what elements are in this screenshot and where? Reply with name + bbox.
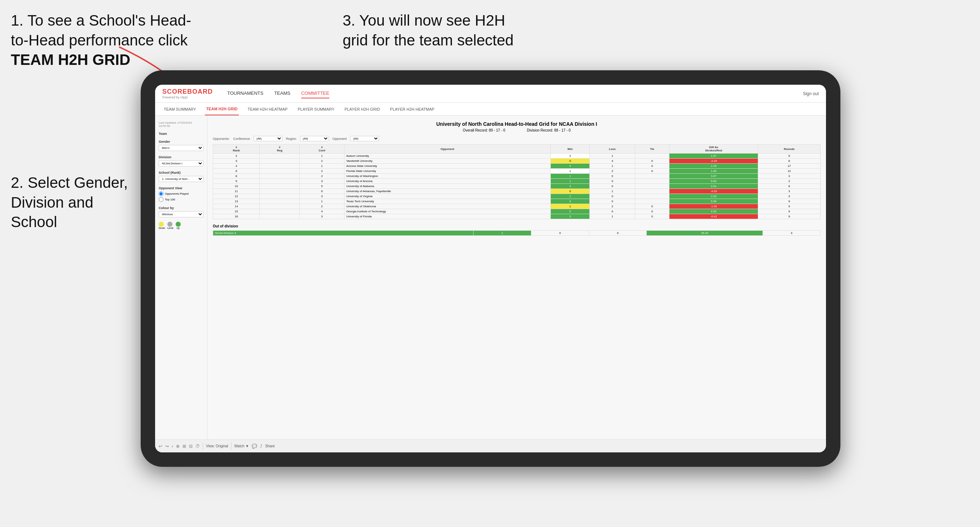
cell-rank: 16	[213, 214, 260, 219]
cell-rounds: 17	[758, 163, 821, 169]
table-row: 14 2 University of Oklahoma 1 2 0 -1.00 …	[213, 204, 821, 209]
cell-tie: 0	[635, 163, 670, 169]
zoom-icon[interactable]: ⊕	[176, 444, 180, 449]
cell-win: 3	[550, 199, 589, 204]
colour-by-label: Colour by	[159, 206, 204, 210]
school-select[interactable]: 1. University of Nort...	[159, 176, 204, 182]
cell-rank: 11	[213, 189, 260, 194]
annotation-1: 1. To see a School's Head- to-Head perfo…	[11, 11, 191, 70]
redo-icon[interactable]: ↪	[165, 444, 169, 449]
sidebar-gender-section: Gender Men's	[159, 140, 204, 151]
gender-label: Gender	[159, 140, 204, 143]
tablet-device: SCOREBOARD Powered by clippi TOURNAMENTS…	[141, 70, 840, 467]
tab-player-h2h-grid[interactable]: PLAYER H2H GRID	[343, 103, 381, 115]
clock-icon[interactable]: ⏱	[196, 444, 200, 449]
cell-rounds: 3	[758, 174, 821, 179]
colour-by-select[interactable]: Win/loss	[159, 211, 204, 217]
col-loss: Loss	[590, 144, 635, 154]
tab-team-summary[interactable]: TEAM SUMMARY	[162, 103, 198, 115]
out-loss: 0	[531, 231, 589, 236]
cell-diff: -4.33	[669, 189, 758, 194]
cell-opponent: University of Arizona	[344, 179, 550, 184]
undo-icon[interactable]: ↩	[159, 444, 162, 449]
cell-rank: 12	[213, 194, 260, 199]
tablet-screen: SCOREBOARD Powered by clippi TOURNAMENTS…	[155, 85, 826, 452]
cell-conf: 2	[300, 169, 344, 174]
opponent-filter[interactable]: (All)	[350, 136, 379, 141]
tab-team-h2h-grid[interactable]: TEAM H2H GRID	[205, 103, 239, 115]
radio-top100[interactable]: Top 100	[159, 197, 204, 202]
cell-opponent: University of Washington	[344, 174, 550, 179]
watch-button[interactable]: Watch ▼	[234, 444, 249, 448]
back-icon[interactable]: ‹	[172, 444, 173, 449]
cell-rounds: 9	[758, 199, 821, 204]
logo-main: SCOREBOARD	[162, 88, 213, 95]
up-dot	[176, 222, 181, 227]
cell-conf: 2	[300, 174, 344, 179]
sub-nav: TEAM SUMMARY TEAM H2H GRID TEAM H2H HEAT…	[155, 103, 826, 116]
cell-opponent: Florida State University	[344, 169, 550, 174]
division-select[interactable]: NCAA Division I	[159, 160, 204, 167]
cell-conf: 3	[300, 214, 344, 219]
view-label: View: Original	[206, 444, 228, 448]
col-rounds: Rounds	[758, 144, 821, 154]
cell-win: 5	[550, 163, 589, 169]
cell-opponent: University of Alabama	[344, 184, 550, 189]
minus-icon[interactable]: ⊟	[189, 444, 192, 449]
cell-reg	[260, 199, 300, 204]
nav-committee[interactable]: COMMITTEE	[301, 89, 329, 98]
comment-icon[interactable]: 💬	[252, 444, 257, 449]
table-row: 2 1 Auburn University 2 1 1.67 9	[213, 154, 821, 159]
table-row: 6 2 Florida State University 1 2 0 1.83 …	[213, 169, 821, 174]
cell-rounds: 9	[758, 204, 821, 209]
grid-records: Overall Record: 89 - 17 - 0 Division Rec…	[213, 128, 821, 132]
school-label: School (Rank)	[159, 171, 204, 175]
cell-win: 0	[550, 189, 589, 194]
cell-opponent: Arizona State University	[344, 163, 550, 169]
cell-diff: -6.42	[669, 214, 758, 219]
logo-sub: Powered by clippi	[162, 95, 213, 99]
sign-out[interactable]: Sign out	[803, 91, 819, 96]
out-table-row: NCAA Division II 1 0 0 26.00 3	[213, 231, 821, 236]
conference-filter[interactable]: (All)	[254, 136, 282, 141]
cell-diff: 1.67	[669, 154, 758, 159]
nav-teams[interactable]: TEAMS	[274, 89, 290, 98]
cell-reg	[260, 204, 300, 209]
toolbar-view[interactable]: View: Original	[206, 444, 228, 448]
share-icon[interactable]: ⤴	[260, 444, 262, 449]
cell-diff: 2.29	[669, 163, 758, 169]
cell-tie	[635, 179, 670, 184]
cell-loss: 0	[590, 194, 635, 199]
cell-tie	[635, 154, 670, 159]
radio-opponents-played[interactable]: Opponents Played	[159, 191, 204, 196]
tab-player-summary[interactable]: PLAYER SUMMARY	[296, 103, 336, 115]
tab-team-h2h-heatmap[interactable]: TEAM H2H HEATMAP	[246, 103, 289, 115]
out-rounds: 3	[762, 231, 820, 236]
cell-conf: 1	[300, 163, 344, 169]
nav-tournaments[interactable]: TOURNAMENTS	[227, 89, 263, 98]
col-diff: Diff AvStrokes/Rnd	[669, 144, 758, 154]
division-label: Division	[159, 156, 204, 159]
table-row: 10 5 University of Alabama 3 0 2.61 8	[213, 184, 821, 189]
cell-win: 1	[550, 179, 589, 184]
cell-loss: 1	[590, 154, 635, 159]
add-icon[interactable]: ⊞	[183, 444, 186, 449]
cell-reg	[260, 154, 300, 159]
color-legend: Down Level Up	[159, 222, 204, 229]
share-label[interactable]: Share	[265, 444, 275, 448]
sidebar-colour-section: Colour by Win/loss	[159, 206, 204, 217]
sidebar-team-section: Team	[159, 132, 204, 135]
cell-opponent: University of Arkansas, Fayetteville	[344, 189, 550, 194]
logo: SCOREBOARD Powered by clippi	[162, 88, 213, 99]
gender-select[interactable]: Men's	[159, 145, 204, 151]
cell-tie	[635, 194, 670, 199]
toolbar-separator-2	[231, 443, 232, 450]
tab-player-h2h-heatmap[interactable]: PLAYER H2H HEATMAP	[388, 103, 436, 115]
legend-up: Up	[176, 222, 181, 229]
cell-tie	[635, 189, 670, 194]
col-opponent: Opponent	[344, 144, 550, 154]
region-filter[interactable]: (All)	[300, 136, 329, 141]
opponent-view-label: Opponent View	[159, 186, 204, 190]
cell-rounds: 8	[758, 159, 821, 163]
table-row: 16 3 University of Florida 3 1 0 -6.42 9	[213, 214, 821, 219]
